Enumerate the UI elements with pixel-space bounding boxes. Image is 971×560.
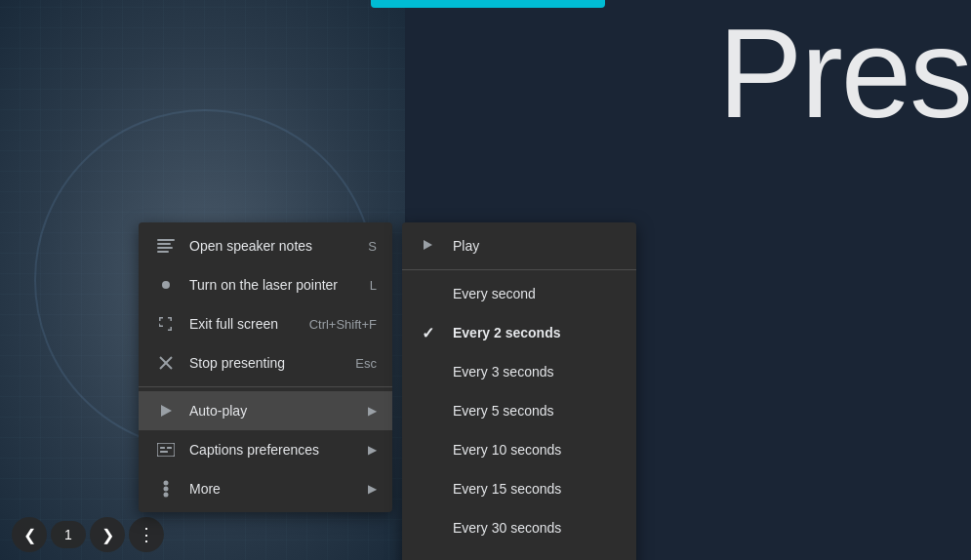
svg-rect-2: [157, 247, 173, 249]
laser-pointer-shortcut: L: [370, 278, 377, 293]
captions-arrow: ▶: [368, 443, 377, 457]
more-icon: [154, 480, 178, 498]
every-second-label: Every second: [453, 286, 536, 301]
every-30-seconds-label: Every 30 seconds: [453, 520, 561, 536]
fullscreen-icon: [154, 316, 178, 332]
every-10-seconds-label: Every 10 seconds: [453, 442, 561, 458]
every-15-seconds-label: Every 15 seconds: [453, 481, 561, 497]
bottom-bar: ❮ 1 ❯ ⋮: [0, 509, 410, 560]
svg-rect-3: [157, 251, 169, 253]
submenu-every-2-seconds[interactable]: ✓ Every 2 seconds: [402, 313, 636, 352]
captions-label: Captions preferences: [189, 442, 364, 458]
svg-rect-11: [160, 451, 168, 453]
menu-item-more[interactable]: More ▶: [139, 469, 392, 508]
submenu-play-icon: [422, 238, 445, 254]
menu-item-laser-pointer[interactable]: Turn on the laser pointer L: [139, 265, 392, 304]
stop-presenting-shortcut: Esc: [355, 356, 377, 371]
submenu-every-10-seconds[interactable]: ✓ Every 10 seconds: [402, 430, 636, 469]
svg-marker-15: [424, 240, 432, 250]
play-icon: [154, 404, 178, 418]
captions-icon: [154, 443, 178, 457]
context-menu: Open speaker notes S Turn on the laser p…: [139, 222, 392, 512]
more-dots-icon: ⋮: [138, 524, 155, 545]
every-3-seconds-label: Every 3 seconds: [453, 364, 554, 380]
svg-point-4: [162, 281, 170, 289]
submenu-every-15-seconds[interactable]: ✓ Every 15 seconds: [402, 469, 636, 508]
submenu-every-3-seconds[interactable]: ✓ Every 3 seconds: [402, 352, 636, 391]
stop-presenting-label: Stop presenting: [189, 355, 347, 371]
laser-pointer-label: Turn on the laser pointer: [189, 277, 362, 293]
pres-text: Pres: [718, 10, 971, 137]
submenu-play-label: Play: [453, 238, 479, 254]
svg-rect-1: [157, 243, 171, 245]
svg-rect-8: [157, 443, 175, 457]
speaker-notes-label: Open speaker notes: [189, 238, 360, 254]
autoplay-arrow: ▶: [368, 404, 377, 418]
autoplay-submenu: Play ✓ Every second ✓ Every 2 seconds ✓ …: [402, 222, 636, 560]
check-every-2-seconds: ✓: [422, 324, 445, 342]
menu-item-captions[interactable]: Captions preferences ▶: [139, 430, 392, 469]
more-label: More: [189, 481, 364, 497]
exit-fullscreen-shortcut: Ctrl+Shift+F: [309, 317, 377, 332]
svg-point-12: [164, 481, 169, 486]
more-options-button[interactable]: ⋮: [129, 517, 164, 552]
submenu-play-header[interactable]: Play: [402, 226, 636, 265]
submenu-every-30-seconds[interactable]: ✓ Every 30 seconds: [402, 508, 636, 547]
submenu-every-5-seconds[interactable]: ✓ Every 5 seconds: [402, 391, 636, 430]
speaker-notes-shortcut: S: [368, 239, 377, 254]
more-arrow: ▶: [368, 482, 377, 496]
prev-button[interactable]: ❮: [12, 517, 47, 552]
dot-icon: [154, 280, 178, 290]
svg-point-14: [164, 493, 169, 498]
svg-marker-7: [161, 405, 172, 417]
menu-item-stop-presenting[interactable]: Stop presenting Esc: [139, 343, 392, 382]
lines-icon: [154, 239, 178, 253]
autoplay-label: Auto-play: [189, 403, 364, 419]
menu-item-speaker-notes[interactable]: Open speaker notes S: [139, 226, 392, 265]
svg-point-13: [164, 487, 169, 492]
every-2-seconds-label: Every 2 seconds: [453, 325, 561, 340]
teal-accent: [371, 0, 605, 8]
prev-icon: ❮: [23, 526, 36, 544]
svg-rect-10: [167, 447, 172, 449]
svg-rect-9: [160, 447, 165, 449]
every-5-seconds-label: Every 5 seconds: [453, 403, 554, 419]
next-button[interactable]: ❯: [90, 517, 125, 552]
x-icon: [154, 356, 178, 370]
submenu-divider-1: [402, 269, 636, 270]
exit-fullscreen-label: Exit full screen: [189, 316, 302, 332]
menu-divider-1: [139, 386, 392, 387]
page-indicator: 1: [51, 521, 86, 548]
svg-rect-0: [157, 239, 175, 241]
menu-item-autoplay[interactable]: Auto-play ▶: [139, 391, 392, 430]
next-icon: ❯: [101, 526, 114, 544]
submenu-every-second[interactable]: ✓ Every second: [402, 274, 636, 313]
menu-item-exit-fullscreen[interactable]: Exit full screen Ctrl+Shift+F: [139, 304, 392, 343]
submenu-every-minute[interactable]: ✓ Every minute: [402, 547, 636, 560]
